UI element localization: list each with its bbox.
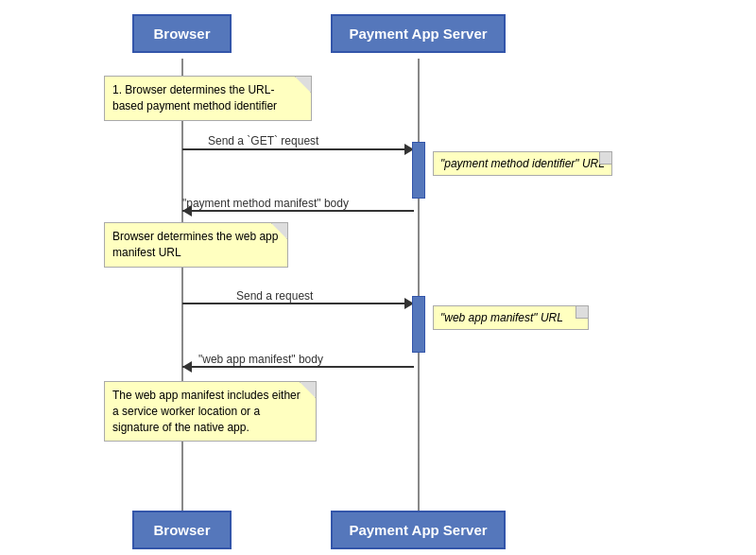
server-actor-top: Payment App Server (331, 14, 506, 53)
browser-actor-bottom: Browser (132, 511, 232, 549)
arrow-get-label: Send a `GET` request (208, 134, 318, 147)
arrow-webapp-body-label: "web app manifest" body (198, 353, 323, 366)
server-note-webapp: "web app manifest" URL (433, 305, 589, 330)
note-url-based: 1. Browser determines the URL-based paym… (104, 76, 312, 121)
arrow-manifest-body-label: "payment method manifest" body (182, 197, 349, 210)
arrow-send-request-label: Send a request (236, 289, 313, 303)
browser-actor-top: Browser (132, 14, 232, 53)
arrow-manifest-body (182, 210, 414, 212)
arrow-webapp-body (182, 366, 414, 368)
arrow-get-request (182, 148, 414, 150)
server-activation-2 (412, 296, 425, 353)
browser-lifeline (181, 59, 183, 512)
server-lifeline (418, 59, 420, 512)
server-activation-1 (412, 142, 425, 199)
server-note-payment-id: "payment method identifier" URL (433, 151, 612, 176)
server-actor-bottom: Payment App Server (331, 511, 506, 549)
note-web-app-manifest: Browser determines the web app manifest … (104, 222, 288, 268)
arrow-send-request (182, 303, 414, 304)
sequence-diagram: Browser Payment App Server 1. Browser de… (0, 0, 756, 555)
note-service-worker: The web app manifest includes either a s… (104, 381, 317, 442)
